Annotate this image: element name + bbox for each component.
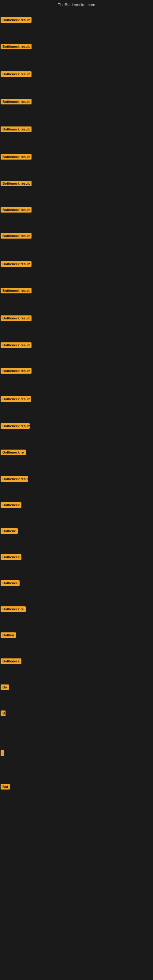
bottleneck-result-badge[interactable]: Bottleneck result	[1, 233, 32, 239]
bottleneck-result-badge[interactable]: Bottleneck result	[1, 261, 32, 267]
bottleneck-result-badge[interactable]: Bottlene	[1, 528, 18, 534]
bottleneck-result-badge[interactable]: Bottleneck result	[1, 17, 32, 23]
bottleneck-result-badge[interactable]: Bottleneck result	[1, 207, 32, 213]
bottleneck-result-badge[interactable]: Bottleneck result	[1, 368, 32, 374]
bottleneck-result-badge[interactable]: Bottleneck re	[1, 450, 26, 455]
bottleneck-result-badge[interactable]: B	[1, 711, 5, 716]
bottleneck-result-badge[interactable]: Bottlen	[1, 632, 16, 638]
bottleneck-result-badge[interactable]: Bottleneck result	[1, 181, 32, 186]
bottleneck-result-badge[interactable]: Bottleneck result	[1, 44, 32, 49]
bottleneck-result-badge[interactable]: Bo	[1, 684, 9, 690]
bottleneck-result-badge[interactable]: Bottleneck	[1, 659, 21, 664]
bottleneck-result-badge[interactable]: Bottleneck resu	[1, 476, 28, 482]
bottleneck-result-badge[interactable]: Bottleneck re	[1, 606, 26, 612]
bottleneck-result-badge[interactable]: Bottleneck result	[1, 154, 32, 159]
bottleneck-result-badge[interactable]: Bottleneck result	[1, 315, 32, 321]
bottleneck-result-badge[interactable]: Bottleneck result	[1, 288, 32, 293]
site-title: TheBottlenecker.com	[58, 2, 95, 7]
bottleneck-result-badge[interactable]: |	[1, 750, 4, 756]
bottleneck-result-badge[interactable]: Bottleneck result	[1, 72, 32, 77]
bottleneck-result-badge[interactable]: Bottleneck	[1, 554, 21, 560]
bottleneck-result-badge[interactable]: Bottleneck result	[1, 423, 30, 429]
bottleneck-result-badge[interactable]: Bottleneck	[1, 502, 21, 508]
bottleneck-result-badge[interactable]: Bottleneck result	[1, 342, 32, 348]
bottleneck-result-badge[interactable]: Bottleneck result	[1, 99, 32, 105]
bottleneck-result-badge[interactable]: Bot	[1, 784, 10, 789]
bottleneck-result-badge[interactable]: Bottleneck result	[1, 126, 32, 132]
bottleneck-result-badge[interactable]: Bottleneck result	[1, 396, 31, 402]
bottleneck-result-badge[interactable]: Bottlenec	[1, 580, 19, 586]
